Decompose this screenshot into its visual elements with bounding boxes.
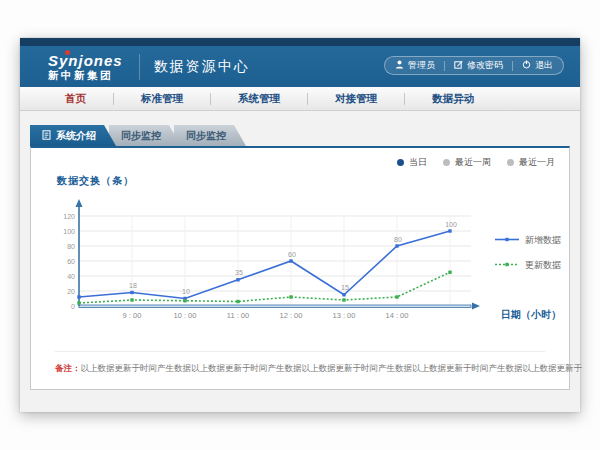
header-divider: [139, 54, 140, 80]
svg-text:11 : 00: 11 : 00: [227, 311, 249, 320]
logout-label: 退出: [535, 59, 553, 72]
content-area: 系统介绍 同步监控 同步监控 当日 最近一周: [20, 111, 580, 412]
logo-text: Synjones: [48, 53, 123, 68]
svg-text:80: 80: [67, 243, 75, 250]
svg-text:0: 0: [71, 303, 75, 310]
tab-bar: 系统介绍 同步监控 同步监控: [30, 125, 246, 146]
logout-button[interactable]: 退出: [522, 59, 553, 72]
svg-text:13 : 00: 13 : 00: [333, 311, 356, 320]
document-icon: [42, 130, 51, 142]
pill-separator: [444, 61, 445, 71]
svg-text:10 : 00: 10 : 00: [174, 311, 197, 320]
nav-item-interface-mgmt[interactable]: 对接管理: [308, 92, 404, 106]
svg-text:40: 40: [67, 273, 75, 280]
window-top-strip: [20, 38, 580, 46]
app-header: Synjones 新中新集团 数据资源中心 管理员 修改密码: [20, 46, 580, 87]
svg-text:10: 10: [182, 288, 190, 295]
nav-item-system-mgmt[interactable]: 系统管理: [211, 92, 307, 106]
time-range-filters: 当日 最近一周 最近一月: [397, 156, 555, 169]
line-chart: 0204060801001209 : 0010 : 0011 : 0012 : …: [43, 194, 503, 332]
change-password-label: 修改密码: [467, 59, 503, 72]
logo-subtext: 新中新集团: [48, 70, 123, 81]
legend-label: 更新数据: [525, 259, 561, 272]
change-password-button[interactable]: 修改密码: [454, 59, 503, 72]
svg-text:120: 120: [63, 213, 75, 220]
tab-sync-monitor-1[interactable]: 同步监控: [109, 125, 181, 146]
main-nav: 首页 标准管理 系统管理 对接管理 数据异动: [20, 87, 580, 111]
svg-text:18: 18: [129, 282, 137, 289]
filter-last-week[interactable]: 最近一周: [443, 156, 491, 169]
legend-label: 新增数据: [525, 234, 561, 247]
radio-icon: [443, 159, 450, 166]
chart-legend: 新增数据 更新数据: [495, 234, 561, 272]
logo-red-dot-icon: [65, 50, 70, 55]
legend-dashed-line-icon: [495, 260, 519, 271]
y-axis-title: 数据交换（条）: [57, 174, 134, 188]
filter-label: 最近一月: [519, 156, 555, 169]
tab-label: 系统介绍: [56, 129, 96, 143]
filter-label: 最近一周: [455, 156, 491, 169]
footnote-label: 备注：: [55, 363, 81, 373]
current-user[interactable]: 管理员: [395, 59, 435, 72]
user-icon: [395, 60, 404, 71]
footnote-text: 以上数据更新于时间产生数据以上数据更新于时间产生数据以上数据更新于时间产生数据以…: [81, 363, 583, 373]
tab-system-intro[interactable]: 系统介绍: [30, 125, 116, 146]
svg-text:15: 15: [341, 284, 349, 291]
footnote: 备注：以上数据更新于时间产生数据以上数据更新于时间产生数据以上数据更新于时间产生…: [55, 351, 545, 375]
svg-text:14 : 00: 14 : 00: [386, 311, 409, 320]
svg-text:12 : 00: 12 : 00: [280, 311, 303, 320]
svg-text:100: 100: [63, 228, 75, 235]
nav-item-standard-mgmt[interactable]: 标准管理: [114, 92, 210, 106]
chart-area: 0204060801001209 : 0010 : 0011 : 0012 : …: [43, 194, 503, 336]
chart-panel: 当日 最近一周 最近一月 数据交换（条） 0204060801001209 : …: [30, 146, 570, 390]
pill-separator: [512, 61, 513, 71]
tab-label: 同步监控: [186, 129, 226, 143]
svg-text:60: 60: [67, 258, 75, 265]
nav-item-data-change[interactable]: 数据异动: [405, 92, 501, 106]
power-icon: [522, 60, 531, 71]
app-window: Synjones 新中新集团 数据资源中心 管理员 修改密码: [20, 38, 580, 412]
company-logo: Synjones 新中新集团: [48, 53, 137, 81]
radio-icon: [507, 159, 514, 166]
radio-selected-icon: [397, 159, 404, 166]
tab-label: 同步监控: [121, 129, 161, 143]
svg-text:100: 100: [445, 221, 457, 228]
edit-icon: [454, 60, 463, 71]
user-toolbar: 管理员 修改密码 退出: [384, 56, 564, 75]
x-axis-title: 日期（小时）: [501, 308, 561, 322]
page-background: Synjones 新中新集团 数据资源中心 管理员 修改密码: [0, 0, 600, 450]
filter-today[interactable]: 当日: [397, 156, 427, 169]
filter-label: 当日: [409, 156, 427, 169]
user-name-label: 管理员: [408, 59, 435, 72]
svg-text:80: 80: [394, 236, 402, 243]
legend-solid-line-icon: [495, 235, 519, 246]
legend-item-updated-data: 更新数据: [495, 259, 561, 272]
svg-text:9 : 00: 9 : 00: [123, 311, 142, 320]
filter-last-month[interactable]: 最近一月: [507, 156, 555, 169]
nav-item-home[interactable]: 首页: [38, 92, 113, 106]
svg-text:35: 35: [235, 269, 243, 276]
page-title: 数据资源中心: [154, 58, 250, 76]
legend-item-new-data: 新增数据: [495, 234, 561, 247]
tab-sync-monitor-2[interactable]: 同步监控: [174, 125, 246, 146]
svg-text:60: 60: [288, 251, 296, 258]
svg-text:20: 20: [67, 288, 75, 295]
